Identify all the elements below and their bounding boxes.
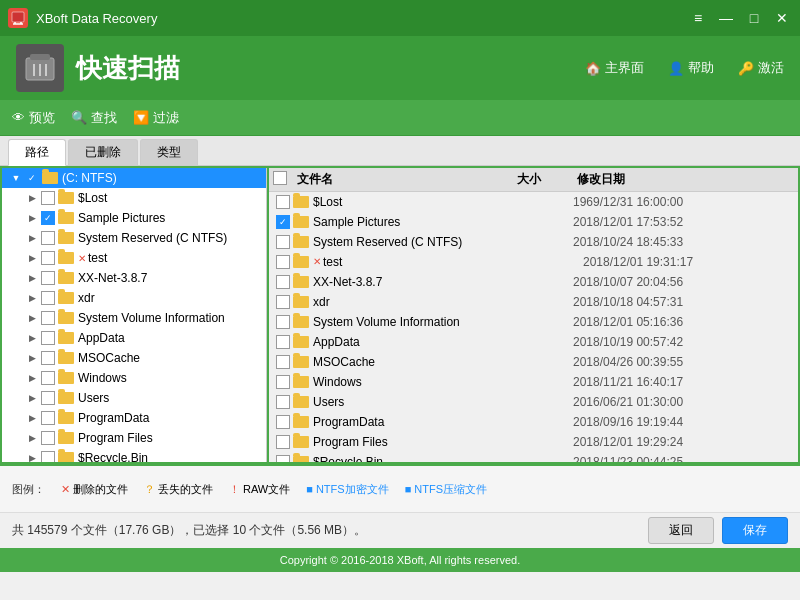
nav-help[interactable]: 👤 帮助 [668, 59, 714, 77]
folder-icon [58, 252, 74, 264]
file-checkbox[interactable] [276, 355, 290, 369]
tree-checkbox[interactable] [41, 311, 55, 325]
file-checkbox[interactable] [276, 435, 290, 449]
toolbar-filter[interactable]: 🔽 过滤 [133, 109, 179, 127]
file-checkbox[interactable] [276, 455, 290, 463]
tree-checkbox[interactable] [41, 371, 55, 385]
file-checkbox[interactable] [276, 255, 290, 269]
file-checkbox[interactable] [276, 275, 290, 289]
file-checkbox[interactable] [276, 335, 290, 349]
col-header-date: 修改日期 [573, 171, 786, 188]
expand-icon[interactable]: ▶ [26, 452, 38, 462]
tree-checkbox[interactable] [41, 251, 55, 265]
app-icon [8, 8, 28, 28]
tree-item[interactable]: ▶Program Files [2, 428, 266, 448]
tree-checkbox[interactable] [41, 191, 55, 205]
file-row[interactable]: xdr2018/10/18 04:57:31 [269, 292, 798, 312]
tree-item[interactable]: ▶System Volume Information [2, 308, 266, 328]
tree-item[interactable]: ▶$Recycle.Bin [2, 448, 266, 462]
expand-icon[interactable]: ▶ [26, 432, 38, 444]
tree-checkbox[interactable] [25, 171, 39, 185]
tree-checkbox[interactable] [41, 411, 55, 425]
tree-item-label: System Volume Information [78, 311, 225, 325]
tree-item[interactable]: ▶✕test [2, 248, 266, 268]
tree-item[interactable]: ▶XX-Net-3.8.7 [2, 268, 266, 288]
toolbar-find[interactable]: 🔍 查找 [71, 109, 117, 127]
nav-activate[interactable]: 🔑 激活 [738, 59, 784, 77]
save-button[interactable]: 保存 [722, 517, 788, 544]
tree-checkbox[interactable] [41, 331, 55, 345]
file-row[interactable]: $Recycle.Bin2018/11/23 00:44:25 [269, 452, 798, 462]
file-row[interactable]: Windows2018/11/21 16:40:17 [269, 372, 798, 392]
file-row[interactable]: Users2016/06/21 01:30:00 [269, 392, 798, 412]
expand-icon[interactable]: ▶ [26, 372, 38, 384]
tab-type[interactable]: 类型 [140, 139, 198, 165]
tree-item[interactable]: ▶ProgramData [2, 408, 266, 428]
tab-path[interactable]: 路径 [8, 139, 66, 166]
tree-item[interactable]: ▶System Reserved (C NTFS) [2, 228, 266, 248]
legend-raw: ！ RAW文件 [229, 482, 290, 497]
file-row[interactable]: AppData2018/10/19 00:57:42 [269, 332, 798, 352]
maximize-btn[interactable]: □ [744, 10, 764, 26]
expand-icon[interactable]: ▶ [26, 192, 38, 204]
tree-item[interactable]: ▼(C: NTFS) [2, 168, 266, 188]
expand-icon[interactable]: ▶ [26, 392, 38, 404]
tree-checkbox[interactable] [41, 271, 55, 285]
tree-item[interactable]: ▶MSOCache [2, 348, 266, 368]
expand-icon[interactable]: ▶ [26, 252, 38, 264]
tree-checkbox[interactable] [41, 351, 55, 365]
tree-checkbox[interactable] [41, 391, 55, 405]
expand-icon[interactable]: ▶ [26, 292, 38, 304]
expand-icon[interactable]: ▶ [26, 412, 38, 424]
tree-checkbox[interactable] [41, 291, 55, 305]
nav-home[interactable]: 🏠 主界面 [585, 59, 644, 77]
file-checkbox[interactable] [276, 215, 290, 229]
tree-item[interactable]: ▶Sample Pictures [2, 208, 266, 228]
expand-icon[interactable]: ▶ [26, 352, 38, 364]
tab-deleted[interactable]: 已删除 [68, 139, 138, 165]
expand-icon[interactable]: ▶ [26, 332, 38, 344]
back-button[interactable]: 返回 [648, 517, 714, 544]
file-row[interactable]: System Reserved (C NTFS)2018/10/24 18:45… [269, 232, 798, 252]
tree-item[interactable]: ▶Users [2, 388, 266, 408]
file-checkbox[interactable] [276, 395, 290, 409]
file-checkbox[interactable] [276, 315, 290, 329]
tree-item[interactable]: ▶Windows [2, 368, 266, 388]
file-checkbox[interactable] [276, 235, 290, 249]
file-row[interactable]: XX-Net-3.8.72018/10/07 20:04:56 [269, 272, 798, 292]
expand-icon[interactable]: ▶ [26, 232, 38, 244]
file-checkbox[interactable] [276, 375, 290, 389]
file-checkbox[interactable] [276, 195, 290, 209]
status-text: 共 145579 个文件（17.76 GB），已选择 10 个文件（5.56 M… [12, 522, 366, 539]
tree-checkbox[interactable] [41, 231, 55, 245]
file-row[interactable]: System Volume Information2018/12/01 05:1… [269, 312, 798, 332]
tree-checkbox[interactable] [41, 431, 55, 445]
file-checkbox[interactable] [276, 415, 290, 429]
expand-icon[interactable]: ▶ [26, 272, 38, 284]
file-name: System Reserved (C NTFS) [313, 235, 513, 249]
tree-checkbox[interactable] [41, 211, 55, 225]
search-icon: 🔍 [71, 110, 87, 125]
toolbar-preview[interactable]: 👁 预览 [12, 109, 55, 127]
tree-item[interactable]: ▶AppData [2, 328, 266, 348]
file-folder-icon [293, 316, 309, 328]
file-date: 2018/10/18 04:57:31 [573, 295, 794, 309]
minimize-btn[interactable]: — [716, 10, 736, 26]
tree-checkbox[interactable] [41, 451, 55, 462]
file-row[interactable]: ✕test2018/12/01 19:31:17 [269, 252, 798, 272]
header-checkbox-col [273, 171, 293, 188]
file-row[interactable]: Program Files2018/12/01 19:29:24 [269, 432, 798, 452]
file-row[interactable]: ProgramData2018/09/16 19:19:44 [269, 412, 798, 432]
file-row[interactable]: Sample Pictures2018/12/01 17:53:52 [269, 212, 798, 232]
tree-item[interactable]: ▶$Lost [2, 188, 266, 208]
title-bar: XBoft Data Recovery ≡ — □ ✕ [0, 0, 800, 36]
file-checkbox[interactable] [276, 295, 290, 309]
file-row[interactable]: $Lost1969/12/31 16:00:00 [269, 192, 798, 212]
expand-icon[interactable]: ▶ [26, 212, 38, 224]
menu-btn[interactable]: ≡ [688, 10, 708, 26]
expand-icon[interactable]: ▶ [26, 312, 38, 324]
tree-item[interactable]: ▶xdr [2, 288, 266, 308]
close-btn[interactable]: ✕ [772, 10, 792, 26]
expand-icon[interactable]: ▼ [10, 172, 22, 184]
file-row[interactable]: MSOCache2018/04/26 00:39:55 [269, 352, 798, 372]
